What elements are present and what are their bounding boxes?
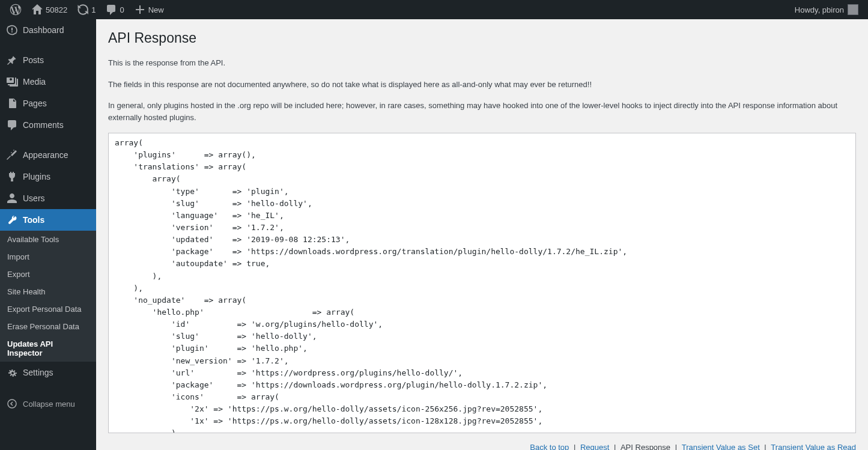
- menu-media[interactable]: Media: [0, 71, 96, 93]
- wp-logo[interactable]: [5, 0, 26, 19]
- link-request[interactable]: Request: [580, 443, 609, 450]
- new-content-link[interactable]: New: [129, 0, 169, 19]
- link-back-to-top[interactable]: Back to top: [530, 443, 569, 450]
- collapse-menu-button[interactable]: Collapse menu: [0, 392, 96, 416]
- tools-icon: [6, 214, 18, 226]
- intro-paragraph-2: The fields in this response are not docu…: [108, 79, 856, 91]
- updates-count: 1: [91, 5, 96, 14]
- comments-count: 0: [120, 5, 124, 14]
- plus-icon: [134, 4, 146, 16]
- svg-point-0: [8, 400, 16, 408]
- menu-settings[interactable]: Settings: [0, 362, 96, 383]
- intro-paragraph-1: This is the response from the API.: [108, 57, 856, 69]
- home-icon: [31, 4, 43, 16]
- wordpress-icon: [10, 4, 22, 16]
- site-id: 50822: [46, 5, 67, 14]
- menu-pages[interactable]: Pages: [0, 93, 96, 114]
- greeting-text: Howdy, pbiron: [795, 5, 844, 14]
- menu-users[interactable]: Users: [0, 187, 96, 209]
- menu-plugins[interactable]: Plugins: [0, 166, 96, 187]
- site-name-link[interactable]: 50822: [26, 0, 72, 19]
- submenu-export-personal-data[interactable]: Export Personal Data: [0, 300, 96, 318]
- comments-icon: [6, 119, 18, 131]
- page-title: API Response: [108, 30, 856, 46]
- submenu-import[interactable]: Import: [0, 248, 96, 266]
- menu-comments[interactable]: Comments: [0, 114, 96, 136]
- my-account-link[interactable]: Howdy, pbiron: [790, 0, 863, 19]
- submenu-site-health[interactable]: Site Health: [0, 283, 96, 300]
- api-response-code[interactable]: array( 'plugins' => array(), 'translatio…: [108, 133, 856, 433]
- settings-icon: [6, 366, 18, 379]
- admin-bar: 50822 1 0 New Howdy, pbiron: [0, 0, 868, 19]
- update-icon: [77, 4, 89, 16]
- submenu-export[interactable]: Export: [0, 266, 96, 283]
- admin-menu: Dashboard Posts Media Pages Comments App…: [0, 19, 96, 450]
- plugin-icon: [6, 171, 18, 183]
- content-area: API Response This is the response from t…: [96, 19, 868, 450]
- page-icon: [6, 97, 18, 109]
- nav-current-api-response: API Response: [621, 443, 670, 450]
- comments-link[interactable]: 0: [100, 0, 129, 19]
- users-icon: [6, 192, 18, 204]
- footer-nav: Back to top | Request | API Response | T…: [108, 443, 856, 450]
- intro-paragraph-3: In general, only plugins hosted in the .…: [108, 100, 856, 123]
- menu-posts[interactable]: Posts: [0, 49, 96, 71]
- appearance-icon: [6, 149, 18, 161]
- menu-tools[interactable]: Tools: [0, 209, 96, 231]
- link-transient-read[interactable]: Transient Value as Read: [771, 443, 856, 450]
- updates-link[interactable]: 1: [72, 0, 100, 19]
- comment-icon: [105, 4, 117, 16]
- submenu-erase-personal-data[interactable]: Erase Personal Data: [0, 318, 96, 335]
- collapse-icon: [6, 398, 18, 410]
- submenu-available-tools[interactable]: Available Tools: [0, 231, 96, 248]
- pin-icon: [6, 54, 18, 66]
- avatar: [848, 4, 858, 15]
- menu-appearance[interactable]: Appearance: [0, 144, 96, 166]
- new-label: New: [148, 5, 164, 14]
- menu-dashboard[interactable]: Dashboard: [0, 19, 96, 41]
- media-icon: [6, 76, 18, 88]
- link-transient-set[interactable]: Transient Value as Set: [682, 443, 760, 450]
- submenu-updates-api-inspector[interactable]: Updates API Inspector: [0, 335, 96, 362]
- submenu-tools: Available Tools Import Export Site Healt…: [0, 231, 96, 362]
- dashboard-icon: [6, 24, 18, 36]
